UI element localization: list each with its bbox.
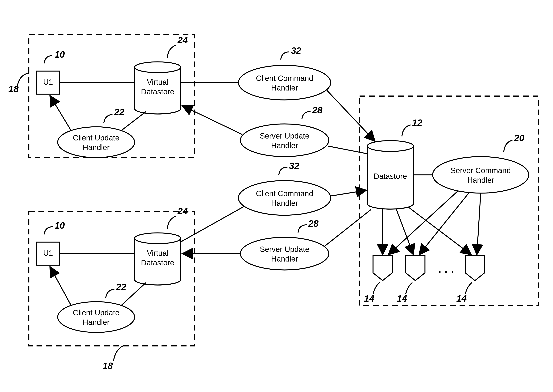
leader-14-3: [465, 282, 472, 294]
cch-a-l2: Handler: [271, 84, 298, 92]
ellipsis: . . .: [438, 262, 454, 275]
cch-b-l1: Client Command: [256, 189, 313, 198]
vds-a-l2: Datastore: [141, 87, 174, 96]
ref-22a: 22: [114, 107, 124, 117]
ref-28a: 28: [312, 105, 322, 115]
edge-cchb-ds: [331, 190, 366, 196]
leader-28b: [298, 225, 307, 232]
edge-sch-p3: [477, 193, 481, 255]
server-group: Datastore 12 Server Command Handler 20 .…: [360, 96, 538, 306]
ref-22b: 22: [116, 282, 126, 292]
edge-sch-p2: [419, 193, 469, 255]
virtual-datastore-b: Virtual Datastore: [135, 233, 181, 285]
cch-a: [238, 65, 331, 100]
vds-b-l1: Virtual: [147, 249, 169, 257]
ref-32b: 32: [289, 161, 299, 171]
ref-14-3: 14: [456, 294, 467, 304]
leader-28a: [302, 112, 311, 119]
cch-b-l2: Handler: [271, 199, 298, 207]
ref-12: 12: [412, 118, 422, 128]
ref-24b: 24: [177, 206, 188, 216]
leader-18b: [113, 346, 123, 361]
suh-a-l1: Server Update: [260, 132, 309, 140]
leader-14-2: [406, 282, 412, 294]
ref-24a: 24: [177, 35, 188, 45]
client-a-group: 18 U1 10 Virtual Datastore 24 Client Upd…: [8, 35, 194, 158]
ref-14-1: 14: [364, 294, 374, 304]
cch-b: [238, 181, 331, 215]
suh-a: [240, 124, 329, 157]
ref-18b: 18: [102, 361, 113, 371]
ref-28b: 28: [308, 218, 319, 229]
leader-22a: [104, 114, 113, 123]
ref-14-2: 14: [397, 294, 407, 304]
ref-20: 20: [514, 133, 524, 143]
leader-12: [402, 125, 411, 136]
u1-b-label: U1: [43, 249, 53, 257]
svg-point-5: [367, 141, 413, 151]
edge-suha-vdsa: [182, 106, 242, 134]
leader-10a: [44, 56, 52, 63]
edge-cuha-vdsa: [121, 112, 146, 131]
edge-ds-p3: [408, 207, 471, 255]
leader-10b: [44, 227, 53, 234]
cuh-b-l1: Client Update: [73, 308, 119, 317]
output-pentagon-3: [465, 256, 485, 280]
output-pentagon-2: [406, 256, 425, 280]
cuh-a-l1: Client Update: [73, 133, 119, 142]
cch-a-l1: Client Command: [256, 74, 313, 83]
cuh-a-l2: Handler: [83, 143, 110, 152]
diagram-canvas: 18 U1 10 Virtual Datastore 24 Client Upd…: [0, 0, 553, 392]
svg-point-1: [135, 62, 181, 73]
client-b-group: 18 U1 10 Virtual Datastore 24 Client Upd…: [29, 206, 194, 371]
edge-vdsb-cchb: [180, 207, 244, 242]
sch-l1: Server Command: [451, 166, 511, 175]
suh-b-l2: Handler: [271, 255, 298, 263]
edge-cuha-u1a: [50, 96, 71, 131]
vds-b-l2: Datastore: [141, 259, 174, 267]
edge-cuhb-u1b: [50, 267, 71, 306]
cuh-b: [58, 302, 135, 332]
leader-14-1: [373, 282, 380, 294]
suh-a-l2: Handler: [271, 141, 298, 150]
leader-24b: [167, 216, 176, 229]
ref-18a: 18: [8, 84, 19, 94]
leader-24a: [167, 45, 176, 58]
virtual-datastore-a: Virtual Datastore: [135, 62, 181, 114]
leader-20: [504, 140, 512, 152]
ref-10a: 10: [54, 49, 65, 60]
edge-suha-ds: [328, 146, 367, 154]
edge-ccha-ds: [327, 90, 375, 141]
edge-ds-p2: [396, 209, 413, 255]
sch-l2: Handler: [467, 176, 494, 184]
datastore: Datastore: [367, 141, 413, 209]
u1-a-label: U1: [43, 78, 53, 86]
suh-b-l1: Server Update: [260, 245, 309, 253]
vds-a-l1: Virtual: [147, 78, 169, 86]
cuh-a: [58, 127, 135, 158]
leader-22b: [106, 289, 114, 298]
ref-10b: 10: [54, 220, 65, 231]
edge-suhb-ds: [325, 210, 371, 246]
ds-label: Datastore: [374, 172, 407, 181]
suh-b: [240, 237, 329, 270]
leader-32b: [279, 167, 287, 175]
svg-point-3: [135, 233, 181, 244]
ref-32a: 32: [291, 46, 301, 56]
output-pentagon-1: [373, 256, 392, 280]
cuh-b-l2: Handler: [83, 318, 110, 327]
sch: [433, 157, 529, 193]
leader-18a: [17, 73, 29, 86]
leader-32a: [281, 52, 289, 60]
